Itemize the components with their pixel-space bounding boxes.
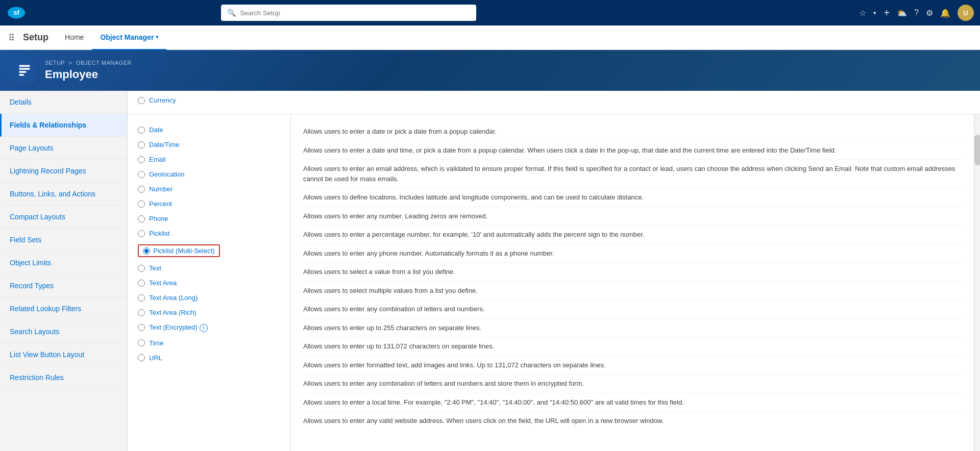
- field-desc-text-area--long-: Allows users to enter up to 131,072 char…: [303, 337, 962, 356]
- field-desc-text--encrypted-: Allows users to enter any combination of…: [303, 374, 962, 393]
- field-desc-url: Allows users to enter any valid website …: [303, 412, 962, 430]
- field-type-text-area--long-[interactable]: Text Area (Long): [138, 290, 280, 305]
- dropdown-icon[interactable]: ▾: [873, 10, 876, 16]
- sidebar-item-buttons--links--and-actions[interactable]: Buttons, Links, and Actions: [0, 183, 127, 206]
- nav-icons: ☆ ▾ + ⛅ ? ⚙ 🔔 U: [859, 5, 974, 21]
- sidebar-item-compact-layouts[interactable]: Compact Layouts: [0, 206, 127, 229]
- sidebar: DetailsFields & RelationshipsPage Layout…: [0, 91, 128, 451]
- field-desc-phone: Allows users to enter any phone number. …: [303, 244, 962, 263]
- field-type-time[interactable]: Time: [138, 336, 280, 350]
- field-list-column: DateDate/TimeEmailGeolocationNumberPerce…: [128, 114, 291, 451]
- field-desc-text-area: Allows users to enter up to 255 characte…: [303, 319, 962, 338]
- search-icon: 🔍: [227, 9, 236, 17]
- field-type-email[interactable]: Email: [138, 152, 280, 167]
- field-desc-picklist: Allows users to select a value from a li…: [303, 263, 962, 282]
- bell-icon[interactable]: 🔔: [940, 8, 950, 18]
- svg-text:sf: sf: [13, 9, 20, 16]
- svg-rect-3: [19, 68, 30, 70]
- sidebar-item-page-layouts[interactable]: Page Layouts: [0, 137, 127, 160]
- grid-icon[interactable]: ⠿: [8, 32, 15, 43]
- picklist-multi-select-box: Picklist (Multi-Select): [138, 244, 220, 257]
- gear-icon[interactable]: ⚙: [926, 8, 933, 18]
- field-desc-text: Allows users to enter any combination of…: [303, 300, 962, 319]
- app-nav: ⠿ Setup Home Object Manager ▾: [0, 26, 980, 50]
- svg-rect-5: [19, 74, 24, 76]
- sidebar-item-details[interactable]: Details: [0, 91, 127, 114]
- breadcrumb: SETUP > OBJECT MANAGER Employee: [45, 60, 132, 81]
- field-type-text-area--rich-[interactable]: Text Area (Rich): [138, 305, 280, 320]
- field-panel-inner: DateDate/TimeEmailGeolocationNumberPerce…: [128, 114, 980, 451]
- sidebar-item-field-sets[interactable]: Field Sets: [0, 229, 127, 252]
- top-nav: sf 🔍 ☆ ▾ + ⛅ ? ⚙ 🔔 U: [0, 0, 980, 26]
- banner: SETUP > OBJECT MANAGER Employee: [0, 50, 980, 91]
- salesforce-logo[interactable]: sf: [6, 3, 27, 23]
- breadcrumb-setup[interactable]: SETUP: [45, 60, 65, 66]
- content-area: Currency DateDate/TimeEmailGeolocationNu…: [128, 91, 980, 451]
- field-desc-text-area--rich-: Allows users to enter formatted text, ad…: [303, 356, 962, 375]
- field-type-percent[interactable]: Percent: [138, 196, 280, 211]
- field-type-picklist--multi-select-[interactable]: Picklist (Multi-Select): [138, 241, 280, 261]
- service-icon[interactable]: ⛅: [897, 8, 907, 18]
- field-type-text[interactable]: Text: [138, 261, 280, 275]
- nav-tabs: Home Object Manager ▾: [57, 26, 166, 50]
- field-type-date[interactable]: Date: [138, 122, 280, 137]
- main-container: DetailsFields & RelationshipsPage Layout…: [0, 91, 980, 451]
- field-desc-geolocation: Allows users to define locations. Includ…: [303, 188, 962, 207]
- sidebar-item-record-types[interactable]: Record Types: [0, 274, 127, 297]
- breadcrumb-object-manager[interactable]: OBJECT MANAGER: [76, 60, 132, 66]
- info-icon[interactable]: i: [200, 324, 208, 332]
- scroll-thumb[interactable]: [974, 135, 980, 165]
- field-desc-column: Allows users to enter a date or pick a d…: [291, 114, 974, 451]
- sidebar-item-related-lookup-filters[interactable]: Related Lookup Filters: [0, 297, 127, 320]
- star-icon[interactable]: ☆: [859, 8, 866, 18]
- right-scrollbar[interactable]: [974, 114, 980, 451]
- tab-object-manager[interactable]: Object Manager ▾: [92, 26, 166, 50]
- field-type-panel: DateDate/TimeEmailGeolocationNumberPerce…: [128, 114, 980, 451]
- app-name: Setup: [23, 32, 48, 43]
- search-bar[interactable]: 🔍: [221, 5, 476, 21]
- svg-rect-2: [19, 65, 30, 67]
- partial-top-row: Currency: [128, 91, 980, 114]
- sidebar-item-search-layouts[interactable]: Search Layouts: [0, 320, 127, 343]
- field-desc-email: Allows users to enter an email address, …: [303, 160, 962, 188]
- breadcrumb-separator: >: [69, 60, 72, 66]
- field-type-geolocation[interactable]: Geolocation: [138, 167, 280, 182]
- field-desc-picklist--multi-select-: Allows users to select multiple values f…: [303, 282, 962, 300]
- field-type-phone[interactable]: Phone: [138, 211, 280, 226]
- add-icon[interactable]: +: [884, 7, 890, 19]
- field-type-number[interactable]: Number: [138, 182, 280, 196]
- svg-rect-4: [19, 71, 27, 73]
- field-type-currency-partial[interactable]: Currency: [138, 93, 291, 108]
- field-desc-percent: Allows users to enter a percentage numbe…: [303, 225, 962, 244]
- field-desc-time: Allows users to enter a local time. For …: [303, 393, 962, 412]
- sidebar-item-list-view-button-layout[interactable]: List View Button Layout: [0, 343, 127, 366]
- tab-home[interactable]: Home: [57, 26, 92, 50]
- field-type-date-time[interactable]: Date/Time: [138, 137, 280, 152]
- field-desc-number: Allows users to enter any number. Leadin…: [303, 207, 962, 226]
- sidebar-item-restriction-rules[interactable]: Restriction Rules: [0, 366, 127, 389]
- avatar[interactable]: U: [958, 5, 974, 21]
- field-desc-date: Allows users to enter a date or pick a d…: [303, 122, 962, 141]
- banner-icon: [12, 58, 37, 83]
- field-type-url[interactable]: URL: [138, 350, 280, 365]
- field-type-picklist[interactable]: Picklist: [138, 226, 280, 241]
- field-desc-date-time: Allows users to enter a date and time, o…: [303, 141, 962, 160]
- search-input[interactable]: [240, 9, 470, 17]
- sidebar-item-fields---relationships[interactable]: Fields & Relationships: [0, 114, 127, 137]
- field-type-text--encrypted-[interactable]: Text (Encrypted)i: [138, 320, 280, 336]
- page-title: Employee: [45, 68, 132, 81]
- field-type-text-area[interactable]: Text Area: [138, 275, 280, 290]
- sidebar-item-lightning-record-pages[interactable]: Lightning Record Pages: [0, 160, 127, 183]
- chevron-down-icon: ▾: [156, 34, 158, 40]
- help-icon[interactable]: ?: [914, 8, 919, 17]
- sidebar-item-object-limits[interactable]: Object Limits: [0, 252, 127, 274]
